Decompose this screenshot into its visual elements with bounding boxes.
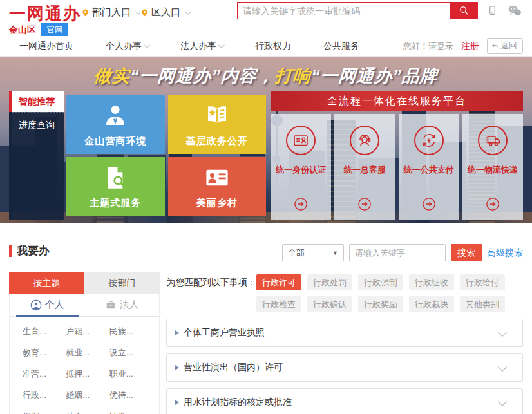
section-accent-bar — [9, 245, 12, 257]
chevron-down-icon[interactable] — [498, 328, 507, 337]
service-customer-service[interactable]: 统一总客服 — [334, 114, 395, 220]
search-icon — [459, 5, 470, 16]
tag-admin-coercion[interactable]: 行政强制 — [358, 274, 403, 290]
dept-entry-dropdown[interactable]: 部门入口 — [81, 6, 140, 19]
tile-business-environment[interactable]: 金山营商环境 — [66, 95, 165, 154]
tag-admin-ruling[interactable]: 行政裁决 — [409, 296, 454, 312]
nav-items: 一网通办首页 个人办事 法人办事 行政权力 公共服务 — [0, 41, 359, 52]
category-item[interactable]: 抵押... — [66, 368, 109, 380]
nav-label: 一网通办首页 — [19, 41, 73, 52]
district-entry-label: 区入口 — [151, 6, 180, 19]
service-logistics[interactable]: 统一物流快递 — [462, 114, 523, 220]
category-item[interactable]: 就业... — [66, 347, 109, 359]
category-item[interactable]: 职业... — [109, 368, 153, 380]
nav-item-legal[interactable]: 法人办事 — [180, 41, 223, 52]
category-grid: 生育... 户籍... 民族... 教育... 就业... 设立... 准营..… — [10, 317, 159, 414]
tag-admin-confirmation[interactable]: 行政确认 — [307, 296, 352, 312]
global-search-button[interactable] — [450, 2, 478, 19]
category-item[interactable]: 设立... — [109, 347, 153, 359]
section-header: 我要办 — [9, 243, 50, 258]
triangle-right-icon — [175, 365, 179, 370]
tile-beautiful-countryside[interactable]: 美丽乡村 — [168, 157, 267, 216]
tab-by-department[interactable]: 按部门 — [84, 272, 160, 294]
chevron-down-icon[interactable] — [498, 397, 507, 406]
district-entry-dropdown[interactable]: 区入口 — [140, 6, 189, 19]
category-item[interactable]: 社会... — [66, 411, 109, 414]
search-button[interactable]: 搜索 — [451, 244, 482, 261]
arrow-circle-icon[interactable] — [357, 197, 372, 214]
category-item[interactable]: 生育... — [23, 326, 66, 337]
accordion-item[interactable]: 个体工商户营业执照 — [166, 319, 523, 347]
tile-label: 基层政务公开 — [186, 135, 248, 147]
category-item[interactable]: 民族... — [109, 326, 153, 337]
official-site-badge[interactable]: 官网 — [41, 23, 68, 37]
menu-item-progress-query[interactable]: 进度查询 — [12, 112, 64, 138]
slogan-part: “一网通办”内容， — [129, 66, 276, 86]
tag-admin-reward[interactable]: 行政奖励 — [358, 296, 403, 312]
subtab-personal[interactable]: 个人 — [10, 294, 84, 316]
service-identity-auth[interactable]: 统一身份认证 — [271, 114, 331, 220]
accordion-title: 个体工商户营业执照 — [184, 327, 265, 339]
platform-services: 统一身份认证 统一总客服 ¥ — [271, 114, 523, 220]
location-pin-icon — [140, 8, 149, 18]
section-search-tools: 全部 ▼ 搜索 高级搜索 — [282, 244, 523, 261]
arrow-circle-icon[interactable] — [294, 197, 308, 214]
district-row: 金山区 官网 — [9, 23, 68, 37]
accordion-item[interactable]: 营业性演出（国内）许可 — [166, 353, 523, 382]
select-value: 全部 — [288, 247, 305, 259]
category-item[interactable]: 准营... — [23, 368, 66, 380]
category-item[interactable]: 规划... — [23, 411, 66, 414]
tag-admin-payment[interactable]: 行政给付 — [460, 274, 505, 290]
svg-text:¥: ¥ — [427, 137, 431, 144]
nav-item-home[interactable]: 一网通办首页 — [19, 41, 73, 52]
accordion-item[interactable]: 用水计划指标的核定或批准 — [166, 388, 523, 414]
tag-other[interactable]: 其他类别 — [460, 296, 505, 312]
advanced-search-link[interactable]: 高级搜索 — [487, 247, 523, 259]
login-link[interactable]: 您好！请登录 — [403, 41, 453, 52]
section-divider — [0, 265, 532, 265]
nav-item-admin-power[interactable]: 行政权力 — [255, 41, 291, 52]
triangle-right-icon — [175, 330, 179, 335]
tag-admin-penalty[interactable]: 行政处罚 — [307, 274, 352, 290]
doc-search-icon — [102, 164, 129, 191]
payment-icon: ¥ — [414, 126, 444, 155]
mobile-phone-icon[interactable] — [488, 4, 497, 17]
tag-admin-inspection[interactable]: 行政检查 — [256, 296, 301, 312]
arrow-circle-icon[interactable] — [486, 197, 500, 214]
category-item[interactable]: 婚姻... — [66, 390, 109, 401]
open-book-icon — [204, 102, 231, 129]
tag-admin-levy[interactable]: 行政征收 — [409, 274, 454, 290]
subtab-legal-entity[interactable]: 法人 — [84, 294, 159, 316]
nav-item-personal[interactable]: 个人办事 — [106, 41, 148, 52]
slogan-part: “一网通办”品牌 — [310, 66, 439, 86]
global-search-input[interactable] — [237, 2, 450, 19]
nav-item-public-service[interactable]: 公共服务 — [323, 41, 359, 52]
tile-grassroots-openness[interactable]: 基层政务公开 — [168, 95, 267, 154]
category-item[interactable]: 教育... — [23, 347, 66, 359]
category-item[interactable]: 户籍... — [66, 326, 109, 337]
service-public-payment[interactable]: ¥ 统一公共支付 — [399, 114, 459, 220]
tag-admin-license[interactable]: 行政许可 — [256, 274, 301, 290]
tile-themed-services[interactable]: 主题式服务 — [66, 157, 165, 216]
category-item[interactable]: 证件... — [109, 411, 153, 414]
register-link[interactable]: 注册 — [461, 41, 479, 52]
arrow-circle-icon[interactable] — [422, 197, 436, 214]
chevron-down-icon[interactable] — [498, 362, 507, 372]
wechat-icon[interactable] — [508, 5, 522, 16]
service-label: 统一公共支付 — [404, 164, 454, 176]
tab-by-theme[interactable]: 按主题 — [9, 272, 84, 294]
chevron-down-icon — [185, 8, 191, 15]
main-nav: 一网通办首页 个人办事 法人办事 行政权力 公共服务 您好！请登录 注册 返回 — [0, 36, 532, 57]
keyword-input[interactable] — [349, 244, 446, 261]
nav-user-area: 您好！请登录 注册 返回 — [403, 38, 523, 54]
menu-item-smart-recommend[interactable]: 智能推荐 — [9, 91, 64, 112]
service-label: 统一身份认证 — [276, 164, 326, 176]
category-item[interactable]: 行政... — [23, 390, 66, 401]
results-area: 为您匹配到以下事项： 行政许可 行政处罚 行政强制 行政征收 行政给付 行政检查… — [166, 274, 523, 414]
customer-service-icon — [350, 126, 379, 155]
back-button[interactable]: 返回 — [487, 38, 523, 54]
category-select[interactable]: 全部 ▼ — [282, 244, 344, 261]
category-item[interactable]: 优待... — [109, 390, 153, 401]
nav-label: 法人办事 — [180, 41, 216, 52]
tile-label: 金山营商环境 — [84, 135, 146, 147]
